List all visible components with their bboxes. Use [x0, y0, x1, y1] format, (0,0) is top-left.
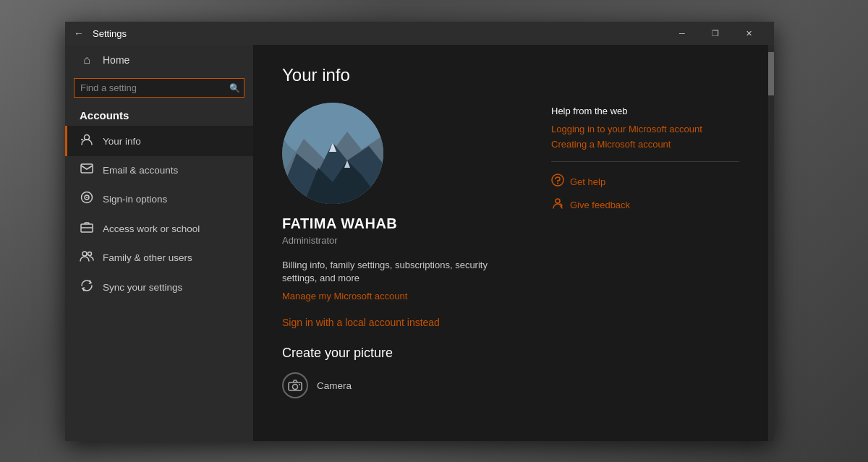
- sidebar-item-family[interactable]: Family & other users: [65, 243, 253, 272]
- sidebar-item-sync-label: Sync your settings: [103, 282, 182, 293]
- your-info-icon: [80, 133, 94, 149]
- sidebar-item-work-school[interactable]: Access work or school: [65, 214, 253, 243]
- sidebar-item-your-info-label: Your info: [103, 136, 141, 147]
- manage-account-link[interactable]: Manage my Microsoft account: [282, 291, 407, 301]
- svg-point-8: [82, 252, 87, 256]
- svg-point-21: [293, 385, 298, 390]
- help-link-create[interactable]: Creating a Microsoft account: [551, 139, 739, 150]
- billing-info-text: Billing info, family settings, subscript…: [282, 259, 522, 285]
- settings-window: ← Settings ─ ❐ ✕ ⌂ Home 🔍 Accounts: [65, 22, 774, 441]
- main-content: Your info: [253, 45, 768, 441]
- help-section: Help from the web Logging in to your Mic…: [551, 103, 739, 213]
- get-help-label: Get help: [570, 176, 605, 187]
- home-icon: ⌂: [80, 54, 94, 67]
- help-title: Help from the web: [551, 106, 739, 116]
- svg-point-5: [86, 197, 88, 198]
- titlebar: ← Settings ─ ❐ ✕: [65, 22, 774, 45]
- get-help-button[interactable]: Get help: [551, 174, 739, 189]
- sign-in-local-link[interactable]: Sign in with a local account instead: [282, 317, 522, 328]
- help-link-login[interactable]: Logging in to your Microsoft account: [551, 124, 739, 134]
- sync-icon: [80, 279, 94, 295]
- search-box: 🔍: [74, 78, 244, 98]
- sidebar-section-label: Accounts: [65, 103, 253, 126]
- window-body: ⌂ Home 🔍 Accounts Your info: [65, 45, 774, 441]
- work-school-icon: [80, 221, 94, 236]
- content-layout: FATIMA WAHAB Administrator Billing info,…: [282, 103, 739, 398]
- family-icon: [80, 250, 94, 265]
- svg-point-22: [299, 384, 300, 385]
- scrollbar[interactable]: [768, 45, 774, 441]
- svg-point-9: [88, 252, 92, 256]
- sidebar-item-home[interactable]: ⌂ Home: [65, 45, 253, 75]
- svg-point-23: [552, 174, 563, 186]
- content-left: FATIMA WAHAB Administrator Billing info,…: [282, 103, 522, 398]
- help-divider: [551, 161, 739, 162]
- back-button[interactable]: ←: [74, 27, 84, 39]
- svg-rect-2: [81, 164, 93, 173]
- restore-button[interactable]: ❐: [699, 22, 732, 45]
- close-button[interactable]: ✕: [732, 22, 765, 45]
- sign-in-icon: [80, 191, 94, 207]
- user-role: Administrator: [282, 235, 522, 246]
- camera-item[interactable]: Camera: [282, 372, 522, 398]
- window-title: Settings: [93, 28, 665, 39]
- content-right: Help from the web Logging in to your Mic…: [551, 103, 739, 398]
- give-feedback-icon: [551, 197, 564, 213]
- sidebar-item-your-info[interactable]: Your info: [65, 126, 253, 156]
- camera-icon: [282, 372, 308, 398]
- sidebar-item-signin-label: Sign-in options: [103, 194, 167, 205]
- sidebar-item-email-label: Email & accounts: [103, 165, 178, 176]
- window-controls: ─ ❐ ✕: [665, 22, 765, 45]
- sidebar-home-label: Home: [103, 54, 129, 66]
- email-accounts-icon: [80, 163, 94, 176]
- sidebar-item-email-accounts[interactable]: Email & accounts: [65, 156, 253, 184]
- create-picture-title: Create your picture: [282, 346, 522, 361]
- search-icon[interactable]: 🔍: [229, 83, 240, 93]
- scrollbar-thumb: [768, 52, 774, 95]
- get-help-icon: [551, 174, 564, 189]
- camera-label: Camera: [317, 380, 352, 391]
- svg-point-24: [557, 183, 558, 184]
- sidebar-item-work-label: Access work or school: [103, 223, 200, 234]
- user-name: FATIMA WAHAB: [282, 215, 522, 232]
- search-input[interactable]: [74, 78, 244, 98]
- minimize-button[interactable]: ─: [665, 22, 699, 45]
- sidebar-item-family-label: Family & other users: [103, 252, 192, 263]
- give-feedback-button[interactable]: Give feedback: [551, 197, 739, 213]
- svg-point-25: [556, 199, 560, 203]
- avatar: [282, 103, 383, 204]
- sidebar-item-sign-in[interactable]: Sign-in options: [65, 184, 253, 214]
- sidebar: ⌂ Home 🔍 Accounts Your info: [65, 45, 253, 441]
- give-feedback-label: Give feedback: [570, 200, 630, 210]
- sidebar-item-sync[interactable]: Sync your settings: [65, 272, 253, 302]
- page-title: Your info: [282, 65, 739, 85]
